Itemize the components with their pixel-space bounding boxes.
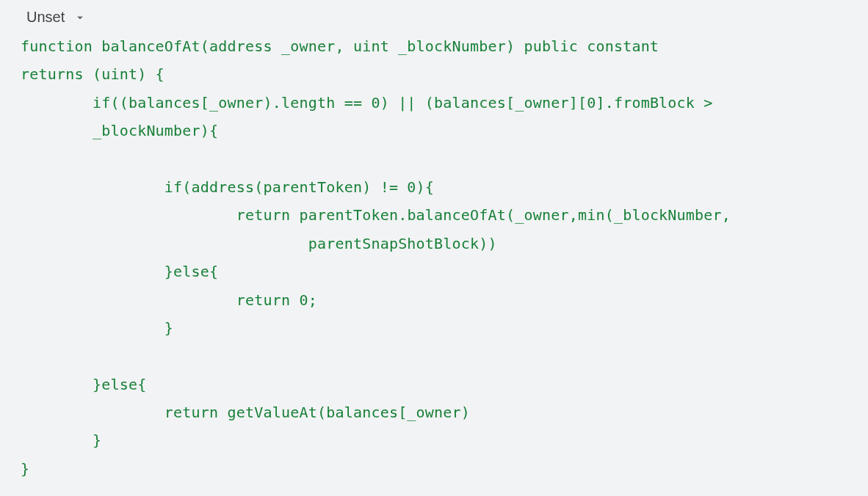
language-label: Unset bbox=[26, 9, 65, 26]
code-content: function balanceOfAt(address _owner, uin… bbox=[21, 37, 731, 478]
language-dropdown-icon[interactable] bbox=[73, 11, 87, 24]
code-block-header: Unset bbox=[0, 0, 868, 33]
code-container: function balanceOfAt(address _owner, uin… bbox=[0, 33, 868, 496]
code-block: function balanceOfAt(address _owner, uin… bbox=[21, 33, 847, 484]
